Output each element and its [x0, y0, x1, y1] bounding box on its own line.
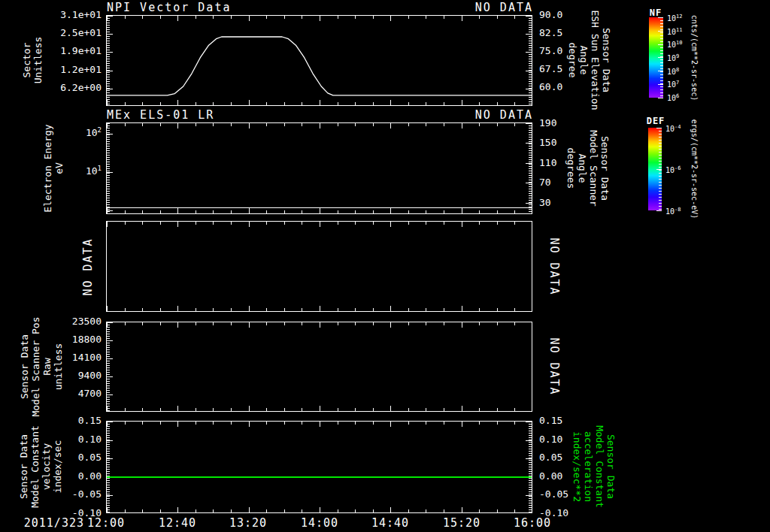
- panel3-no-data-left: NO DATA: [83, 237, 94, 295]
- panel2-plot-area: [106, 122, 532, 214]
- panel4-yticks-major-left: [107, 322, 113, 411]
- nf-colorbar-tick: 1012: [667, 12, 682, 22]
- panel5-plot-area: [106, 421, 532, 513]
- panel2-right-axis-title: Sensor Data Model Scanner Angle degrees: [565, 130, 611, 207]
- panel4-ytick-left: 18800: [26, 334, 102, 346]
- nf-colorbar-tick: 1011: [667, 26, 682, 35]
- panel4-ytick-left: 23500: [26, 316, 102, 328]
- npi-curve-line: [107, 37, 532, 95]
- panel2-xticks-minor-top: [107, 123, 532, 126]
- x-axis-date-label: 2011/323: [18, 516, 84, 530]
- panel4-left-axis-title: Sensor Data Model Scanner Pos Raw unitle…: [19, 316, 64, 416]
- panel4-ytick-left: 9400: [26, 370, 102, 382]
- panel4-ytick-left: 14100: [26, 352, 102, 364]
- nf-colorbar-tick: 106: [667, 92, 679, 101]
- panel3-xticks-minor-bottom: [107, 308, 532, 311]
- panel5-ytick-left: 0.05: [26, 452, 102, 464]
- nf-colorbar-tick: 107: [667, 78, 679, 88]
- x-axis-tick-label: 12:00: [82, 516, 130, 530]
- panel1-ytick-left: 1.9e+01: [26, 45, 102, 57]
- els-baseline-trace: [107, 207, 532, 208]
- x-axis-tick-label: 13:20: [224, 516, 272, 530]
- nf-colorbar-tick: 109: [667, 52, 679, 62]
- nf-colorbar-ticks-major: [658, 17, 663, 98]
- panel1-right-axis-title: Sensor Data ESH Sun Elevation Angle degr…: [567, 10, 612, 110]
- nf-colorbar-tick: 108: [667, 65, 679, 75]
- panel4-ytick-left: 4700: [26, 388, 102, 400]
- panel2-ytick-left: 101: [26, 165, 102, 177]
- panel5-xticks-minor-top: [107, 422, 532, 425]
- panel1-no-data-label: NO DATA: [383, 1, 533, 14]
- panel1-ytick-left: 3.1e+01: [26, 9, 102, 21]
- panel5-xticks-minor-bottom: [107, 509, 532, 512]
- panel4-xticks-minor-top: [107, 322, 532, 325]
- def-colorbar-title: DEF: [644, 116, 668, 126]
- nf-colorbar-tick: 1010: [667, 38, 682, 48]
- nf-colorbar-title: NF: [645, 8, 666, 18]
- panel5-right-axis-title: Sensor Data Model Constant acceleration …: [571, 425, 617, 508]
- panel5-ytick-left: 0.00: [26, 470, 102, 482]
- nf-colorbar-unit: cnts/(cm**2-sr-sec): [690, 15, 699, 101]
- panel4-no-data-right: NO DATA: [548, 337, 559, 395]
- npi-curve: [107, 16, 532, 105]
- panel3-xticks-minor-top: [107, 222, 532, 225]
- panel5-ytick-left: -0.05: [26, 488, 102, 500]
- panel2-ytick-right: 190: [539, 117, 607, 129]
- def-colorbar-unit: ergs/(cm**2-sr-sec-eV): [690, 119, 699, 219]
- def-colorbar-tick: 10-8: [665, 205, 681, 215]
- model-constant-trace: [107, 476, 532, 478]
- panel5-yticks-major-right: [526, 422, 532, 512]
- panel5-ytick-left: 0.10: [26, 434, 102, 446]
- panel2-no-data-label: NO DATA: [383, 108, 533, 122]
- panel2-yticks-major-left: [107, 123, 113, 213]
- x-axis-tick-label: 14:00: [296, 516, 344, 530]
- panel1-ytick-left: 2.5e+01: [26, 27, 102, 39]
- panel1-ytick-left: 6.2e+00: [26, 82, 102, 94]
- plot-screen: NPI Vector Data NO DATA Sector Unitless …: [0, 0, 770, 532]
- panel1-left-axis-title: Sector Unitless: [21, 37, 44, 84]
- x-axis-tick-label: 12:40: [153, 516, 202, 530]
- panel2-xticks-minor-bottom: [107, 210, 532, 213]
- panel4-plot-area: [106, 322, 532, 412]
- panel1-ytick-left: 1.2e+01: [26, 64, 102, 76]
- panel2-title: MEx ELS-01 LR: [107, 108, 214, 122]
- panel1-plot-area: [106, 15, 532, 106]
- panel3-plot-area: [106, 221, 532, 312]
- panel2-ytick-left: 102: [26, 127, 102, 139]
- x-axis-tick-label: 16:00: [508, 516, 556, 530]
- panel5-yticks-major-left: [107, 422, 113, 512]
- panel3-no-data-right: NO DATA: [548, 237, 559, 295]
- panel5-ytick-left: 0.15: [26, 415, 102, 427]
- def-colorbar-ticks-major: [656, 128, 662, 211]
- panel4-xticks-minor-bottom: [107, 408, 532, 411]
- panel1-title: NPI Vector Data: [107, 1, 231, 14]
- panel2-yticks-major-right: [526, 123, 532, 213]
- x-axis-tick-label: 15:20: [438, 516, 486, 530]
- def-colorbar-tick: 10-4: [665, 122, 681, 132]
- def-colorbar-tick: 10-6: [665, 164, 681, 174]
- x-axis-tick-label: 14:40: [366, 516, 414, 530]
